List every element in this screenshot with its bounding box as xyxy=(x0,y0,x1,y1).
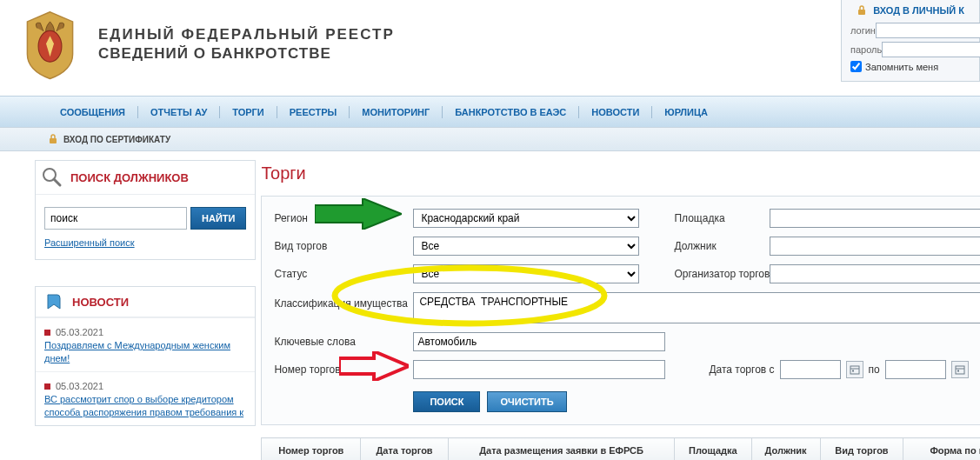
th-form[interactable]: Форма по предложени цене xyxy=(903,438,980,461)
date-from-label: Дата торгов с xyxy=(709,363,774,376)
login-input[interactable] xyxy=(876,23,980,38)
login-panel: ВХОД В ЛИЧНЫЙ К логин пароль Запомнить м… xyxy=(841,0,980,82)
organizer-input[interactable] xyxy=(770,264,980,283)
calendar-icon xyxy=(955,364,965,375)
auction-search-form: Регион Краснодарский край Площадка Вид т… xyxy=(261,196,980,425)
debtor-search-input[interactable] xyxy=(44,207,187,230)
news-item: 05.03.2021 Поздравляем с Международным ж… xyxy=(36,317,255,371)
results-table: Номер торгов Дата торгов Дата размещения… xyxy=(261,437,980,460)
login-label: логин xyxy=(850,25,876,36)
nav-news[interactable]: НОВОСТИ xyxy=(579,106,652,118)
news-heading: НОВОСТИ xyxy=(72,296,129,309)
search-button[interactable]: ПОИСК xyxy=(413,391,480,412)
date-to-label: по xyxy=(869,363,880,376)
type-select[interactable]: Все xyxy=(413,237,639,256)
platform-label: Площадка xyxy=(674,212,770,224)
nav-reports[interactable]: ОТЧЕТЫ АУ xyxy=(138,106,220,118)
nav-monitoring[interactable]: МОНИТОРИНГ xyxy=(350,106,443,118)
nav-messages[interactable]: СООБЩЕНИЯ xyxy=(48,106,138,118)
lock-icon xyxy=(857,5,867,16)
svg-rect-24 xyxy=(956,366,964,374)
keywords-input[interactable] xyxy=(413,332,665,351)
th-platform[interactable]: Площадка xyxy=(675,438,752,461)
lock-icon xyxy=(48,134,58,144)
classification-label: Классификация имущества xyxy=(274,292,413,310)
organizer-label: Организатор торгов xyxy=(674,268,770,280)
news-block: НОВОСТИ 05.03.2021 Поздравляем с Междуна… xyxy=(35,286,256,426)
news-link[interactable]: ВС рассмотрит спор о выборе кредитором с… xyxy=(44,393,246,420)
news-date: 05.03.2021 xyxy=(44,381,246,391)
nav-eaes[interactable]: БАНКРОТСТВО В ЕАЭС xyxy=(443,106,579,118)
th-type[interactable]: Вид торгов xyxy=(820,438,903,461)
magnifier-icon xyxy=(41,166,63,189)
site-title: ЕДИНЫЙ ФЕДЕРАЛЬНЫЙ РЕЕСТР СВЕДЕНИЙ О БАН… xyxy=(98,9,395,63)
debtor-label: Должник xyxy=(674,240,770,252)
status-select[interactable]: Все xyxy=(413,264,639,283)
site-title-line1: ЕДИНЫЙ ФЕДЕРАЛЬНЫЙ РЕЕСТР xyxy=(98,26,395,43)
news-link[interactable]: Поздравляем с Международным женским днем… xyxy=(44,339,246,366)
coat-of-arms-emblem xyxy=(17,9,83,80)
password-input[interactable] xyxy=(882,42,980,57)
extended-search-link[interactable]: Расширенный поиск xyxy=(44,237,135,248)
clear-button[interactable]: ОЧИСТИТЬ xyxy=(487,391,566,412)
svg-rect-21 xyxy=(850,366,859,374)
debtor-search-heading: ПОИСК ДОЛЖНИКОВ xyxy=(70,171,189,184)
nav-auctions[interactable]: ТОРГИ xyxy=(220,106,277,118)
classification-textarea[interactable]: СРЕДСТВА ТРАНСПОРТНЫЕ xyxy=(413,292,980,323)
remember-label: Запомнить меня xyxy=(865,62,938,72)
debtor-search-block: ПОИСК ДОЛЖНИКОВ НАЙТИ Расширенный поиск xyxy=(35,160,256,260)
site-header: ЕДИНЫЙ ФЕДЕРАЛЬНЫЙ РЕЕСТР СВЕДЕНИЙ О БАН… xyxy=(0,0,980,96)
platform-input[interactable] xyxy=(770,209,980,228)
news-icon xyxy=(44,292,63,311)
annotation-green-arrow xyxy=(315,198,402,230)
svg-rect-1 xyxy=(858,10,865,15)
date-to-calendar-button[interactable] xyxy=(951,361,969,378)
status-label: Статус xyxy=(274,268,413,280)
auction-number-input[interactable] xyxy=(413,360,665,379)
debtor-input[interactable] xyxy=(770,237,980,256)
cert-login-bar[interactable]: ВХОД ПО СЕРТИФИКАТУ xyxy=(0,127,980,151)
news-item: 05.03.2021 ВС рассмотрит спор о выборе к… xyxy=(36,371,255,425)
date-to-input[interactable] xyxy=(885,360,946,379)
main-nav: СООБЩЕНИЯ ОТЧЕТЫ АУ ТОРГИ РЕЕСТРЫ МОНИТО… xyxy=(0,96,980,127)
remember-checkbox[interactable] xyxy=(850,61,862,72)
svg-rect-26 xyxy=(957,370,959,372)
annotation-red-arrow xyxy=(339,351,409,381)
nav-registries[interactable]: РЕЕСТРЫ xyxy=(277,106,350,118)
region-select[interactable]: Краснодарский край xyxy=(413,209,639,228)
svg-marker-27 xyxy=(315,198,402,230)
type-label: Вид торгов xyxy=(274,240,413,252)
news-date: 05.03.2021 xyxy=(44,327,246,337)
password-label: пароль xyxy=(850,44,882,55)
cert-login-label: ВХОД ПО СЕРТИФИКАТУ xyxy=(63,135,170,144)
site-title-line2: СВЕДЕНИЙ О БАНКРОТСТВЕ xyxy=(98,45,395,63)
date-from-input[interactable] xyxy=(780,360,841,379)
keywords-label: Ключевые слова xyxy=(274,336,413,348)
calendar-icon xyxy=(850,364,860,375)
th-debtor[interactable]: Должник xyxy=(751,438,820,461)
debtor-search-button[interactable]: НАЙТИ xyxy=(190,207,246,230)
svg-rect-2 xyxy=(50,138,57,143)
svg-rect-23 xyxy=(852,370,854,372)
th-number[interactable]: Номер торгов xyxy=(262,438,361,461)
nav-companies[interactable]: ЮРЛИЦА xyxy=(652,106,720,118)
login-panel-title[interactable]: ВХОД В ЛИЧНЫЙ К xyxy=(850,5,970,16)
date-from-calendar-button[interactable] xyxy=(846,361,863,378)
svg-line-4 xyxy=(54,179,60,185)
page-title: Торги xyxy=(261,163,980,183)
svg-marker-29 xyxy=(339,351,409,381)
th-publish-date[interactable]: Дата размещения заявки в ЕФРСБ xyxy=(448,438,674,461)
th-date[interactable]: Дата торгов xyxy=(361,438,449,461)
